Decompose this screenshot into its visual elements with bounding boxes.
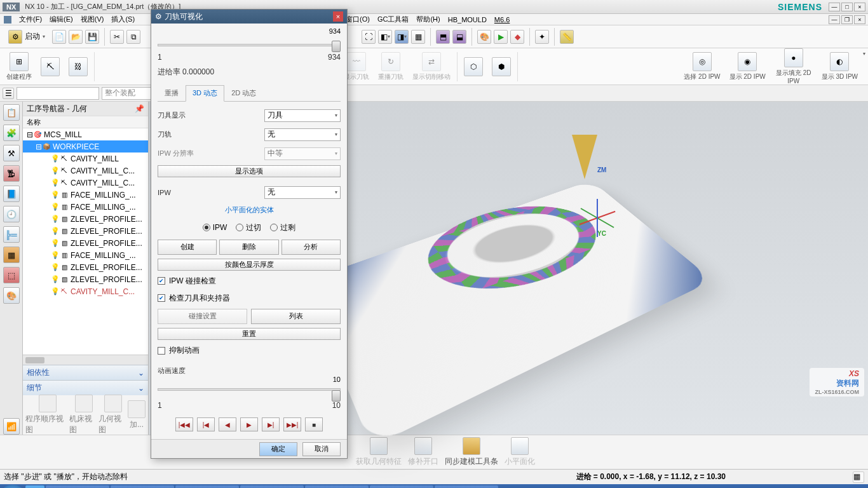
show-3d-ipw-button[interactable]: ◐显示 3D IPW: [818, 51, 862, 83]
tree-op-10[interactable]: 💡▧ZLEVEL_PROFILE...: [23, 273, 148, 285]
dialog-close-button[interactable]: ×: [333, 11, 343, 22]
ipw-resolution-select[interactable]: 中等▾: [264, 147, 341, 160]
tab-replay[interactable]: 重播: [158, 85, 186, 101]
strip-facet[interactable]: 小平面化: [505, 437, 535, 467]
tree-op-5[interactable]: 💡▧ZLEVEL_PROFILE...: [23, 213, 148, 225]
maximize-button[interactable]: □: [841, 3, 853, 11]
redraw-path-icon[interactable]: ↻: [381, 52, 400, 71]
fill-2d-ipw-button[interactable]: ●显示填充 2D IPW: [771, 47, 817, 86]
rewind-start-button[interactable]: |◀◀: [175, 417, 193, 431]
task-wechat[interactable]: 微信: [435, 485, 498, 488]
task-folder3[interactable]: C:\Users\...: [240, 485, 304, 488]
menu-edit[interactable]: 编辑(E): [46, 15, 77, 24]
tree-op-4[interactable]: 💡▥FACE_MILLING_...: [23, 201, 148, 213]
view-dd-icon[interactable]: ◧▾: [378, 30, 392, 44]
tree-op-9[interactable]: 💡▧ZLEVEL_PROFILE...: [23, 261, 148, 273]
analyze-button[interactable]: 分析: [281, 240, 341, 255]
rail-clamp-icon[interactable]: 🗜: [3, 165, 20, 182]
rail-part-icon[interactable]: 🧩: [3, 125, 20, 141]
ipw-collision-checkbox[interactable]: ✔: [158, 277, 165, 285]
task-folder1[interactable]: \\172.16...: [111, 485, 174, 488]
ruler-icon[interactable]: 📏: [560, 30, 574, 44]
minimize-button[interactable]: —: [829, 3, 840, 11]
show-2d-ipw-button[interactable]: ◉显示 2D IPW: [726, 51, 770, 83]
paint-icon[interactable]: 🎨: [477, 30, 491, 44]
new-icon[interactable]: 📄: [52, 30, 66, 44]
tree-op-2[interactable]: 💡⛏CAVITY_MILL_C...: [23, 177, 148, 189]
tree-op-7[interactable]: 💡▧ZLEVEL_PROFILE...: [23, 237, 148, 249]
step-back-button[interactable]: |◀: [197, 417, 215, 431]
nav-program-view[interactable]: 程序顺序视图: [25, 395, 69, 435]
check-icon[interactable]: ▶: [494, 30, 508, 44]
forward-end-button[interactable]: ▶▶|: [283, 417, 301, 431]
rib-tool-icon[interactable]: ⬡: [464, 57, 483, 76]
tree-op-0[interactable]: 💡⛏CAVITY_MILL: [23, 152, 148, 165]
rail-book-icon[interactable]: 📘: [3, 186, 20, 202]
select-2d-ipw-button[interactable]: ◎选择 2D IPW: [680, 51, 724, 83]
nav-more-view[interactable]: 加...: [128, 400, 146, 430]
cancel-button[interactable]: 取消: [302, 442, 341, 456]
fit-icon[interactable]: ⛶: [362, 30, 376, 44]
reset-button[interactable]: 重置: [158, 328, 341, 340]
tree-op-11[interactable]: 💡⛏CAVITY_MILL_C...: [23, 285, 148, 297]
ok-button[interactable]: 确定: [259, 442, 297, 456]
rail-tree-icon[interactable]: ╠═: [3, 226, 20, 243]
menu-hb-mould[interactable]: HB_MOULD: [444, 16, 491, 24]
radio-excess[interactable]: 过剩: [270, 222, 295, 233]
task-folder2[interactable]: \\172.16.0...: [175, 485, 239, 488]
rail-comp-icon[interactable]: ⬚: [3, 267, 20, 283]
layer-icon[interactable]: ⬒: [436, 30, 450, 44]
box-dd-icon[interactable]: ◨▾: [395, 30, 409, 44]
open-icon[interactable]: 📂: [69, 30, 83, 44]
play-reverse-button[interactable]: ◀: [219, 417, 236, 431]
rail-history-icon[interactable]: 🕘: [3, 206, 20, 222]
delete-button[interactable]: 删除: [219, 240, 278, 255]
rail-nav-icon[interactable]: 📋: [3, 104, 20, 121]
status-mode-icon[interactable]: ▦: [853, 471, 864, 483]
nav-section-detail[interactable]: 细节⌄: [23, 380, 148, 395]
step-forward-button[interactable]: ▶|: [262, 417, 280, 431]
progress-slider[interactable]: [158, 39, 341, 49]
show-path-icon[interactable]: 〰: [347, 52, 366, 71]
strip-repair[interactable]: 修补开口: [408, 437, 438, 467]
layer2-icon[interactable]: ⬓: [452, 30, 466, 44]
suppress-anim-checkbox[interactable]: [158, 347, 165, 355]
tab-3d-dynamic[interactable]: 3D 动态: [186, 85, 224, 102]
check-tool-holder-checkbox[interactable]: ✔: [158, 294, 165, 302]
task-nx[interactable]: NX 10 - ...: [46, 485, 109, 488]
close-button[interactable]: ×: [854, 3, 865, 11]
nav-section-dependency[interactable]: 相依性⌄: [23, 365, 148, 380]
tree-op-8[interactable]: 💡▥FACE_MILLING_...: [23, 249, 148, 261]
radio-ipw[interactable]: IPW: [203, 222, 227, 233]
cut-icon[interactable]: ✂: [110, 30, 124, 44]
copy-icon[interactable]: ⧉: [126, 30, 140, 44]
filter-input-1[interactable]: [17, 87, 99, 100]
list-button[interactable]: 列表: [251, 309, 341, 324]
menu-file[interactable]: 文件(F): [15, 15, 46, 24]
rail-grid-icon[interactable]: ▦: [3, 247, 20, 263]
display-options-button[interactable]: 显示选项: [158, 165, 341, 177]
play-button[interactable]: ▶: [240, 417, 258, 431]
rib-icon-b[interactable]: ⛓: [69, 57, 88, 76]
doc-minimize-button[interactable]: —: [829, 15, 840, 24]
tab-2d-dynamic[interactable]: 2D 动态: [224, 85, 263, 101]
stop-button[interactable]: ■: [305, 417, 323, 431]
strip-sync-model[interactable]: 同步建模工具条: [445, 437, 498, 467]
tree-op-3[interactable]: 💡▥FACE_MILLING_...: [23, 189, 148, 201]
rib-icon-a[interactable]: ⛏: [41, 57, 60, 76]
filter-icon[interactable]: ☰: [3, 88, 14, 99]
flag-icon[interactable]: ◆: [510, 30, 524, 44]
strip-get-geometry[interactable]: 获取几何特征: [356, 437, 402, 467]
start-button[interactable]: ⊞: [1, 485, 24, 488]
tree-workpiece[interactable]: ⊟ 📦WORKPIECE: [23, 140, 148, 152]
menu-gc[interactable]: GC工具箱: [374, 15, 413, 24]
doc-close-button[interactable]: ×: [854, 15, 865, 24]
rail-wifi-icon[interactable]: 📶: [3, 418, 20, 435]
task-paint[interactable]: 9 - 画图: [370, 485, 433, 488]
rail-palette-icon[interactable]: 🎨: [3, 287, 20, 304]
tree-op-1[interactable]: 💡⛏CAVITY_MILL_C...: [23, 165, 148, 177]
rib-mat-icon[interactable]: ⬢: [492, 57, 511, 76]
tool-display-select[interactable]: 刀具▾: [264, 109, 341, 122]
start-dropdown[interactable]: ⚙ 启动▾: [4, 28, 50, 46]
menu-m66[interactable]: M6.6: [491, 16, 513, 24]
